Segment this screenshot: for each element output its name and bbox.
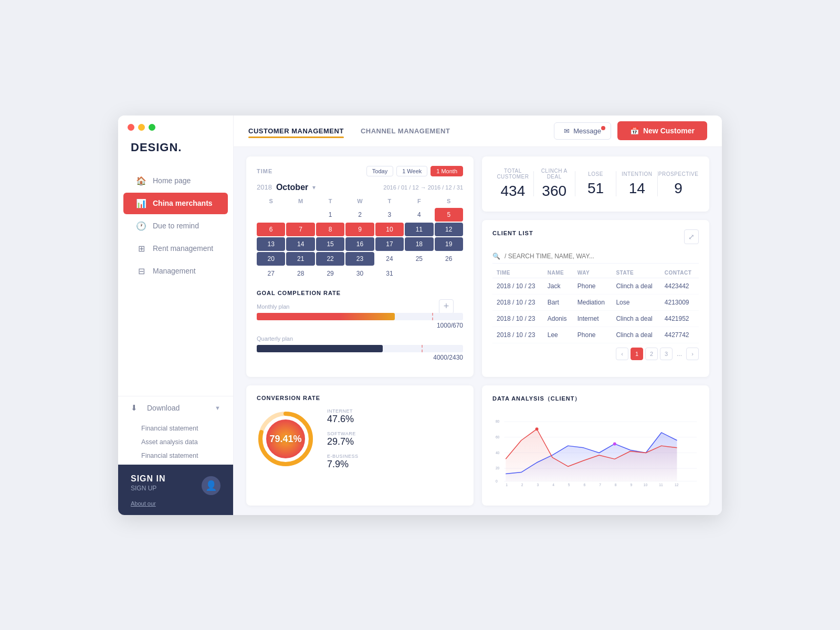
today-button[interactable]: Today [366,166,393,176]
svg-text:60: 60 [496,435,500,439]
cal-day-22[interactable]: 22 [316,252,344,266]
page-prev-btn[interactable]: ‹ [616,348,628,360]
cal-day-21[interactable]: 21 [286,252,314,266]
table-row[interactable]: 2018 / 10 / 23 Lee Phone Clinch a deal 4… [492,327,699,343]
cal-day-16[interactable]: 16 [345,237,374,251]
download-icon: ⬇ [131,403,138,413]
svg-text:11: 11 [659,483,663,487]
page-2-btn[interactable]: 2 [645,348,658,360]
cal-day-2[interactable]: 2 [345,208,374,222]
pagination: ‹ 1 2 3 ... › [492,348,699,360]
chart-svg: 80 60 40 20 0 1 2 3 [492,410,699,494]
cal-day-18[interactable]: 18 [405,237,433,251]
cal-day-17[interactable]: 17 [375,237,404,251]
merchants-icon: 📊 [136,198,146,208]
home-icon: 🏠 [136,176,146,186]
new-customer-label: New Customer [643,127,695,135]
minimize-window-dot[interactable] [138,124,145,131]
table-row[interactable]: 2018 / 10 / 23 Jack Phone Clinch a deal … [492,278,699,295]
cal-day-14[interactable]: 14 [286,237,314,251]
cal-day-9[interactable]: 9 [345,223,374,236]
cal-day-24[interactable]: 24 [375,252,404,266]
cal-day-6[interactable]: 6 [257,223,285,236]
page-3-btn[interactable]: 3 [660,348,673,360]
management-icon: ⊟ [136,266,146,276]
cal-day-23[interactable]: 23 [345,252,374,266]
svg-text:3: 3 [537,483,539,487]
table-row[interactable]: 2018 / 10 / 23 Adonis Internet Clinch a … [492,311,699,327]
col-way: WAY [573,268,612,278]
donut-chart: 79.41% [257,410,314,468]
cal-day-1[interactable]: 1 [316,208,344,222]
goal-add-button[interactable]: + [439,299,454,314]
monthly-goal-value: 1000/670 [257,322,463,329]
download-financial-1[interactable]: Financial statement [141,422,233,435]
cal-day-13[interactable]: 13 [257,237,285,251]
client-search-input[interactable] [505,253,699,260]
page-next-btn[interactable]: › [686,348,699,360]
cal-day-30[interactable]: 30 [345,267,374,280]
cal-day-26[interactable]: 26 [435,252,463,266]
sidebar-item-management[interactable]: ⊟ Management [123,260,228,282]
sidebar-item-rent-management[interactable]: ⊞ Rent management [123,238,228,259]
cell-time: 2018 / 10 / 23 [492,327,543,343]
download-submenu: Financial statement Asset analysis data … [118,419,233,465]
tab-customer-management[interactable]: CUSTOMER MANAGEMENT [248,125,344,137]
sidebar-item-home[interactable]: 🏠 Home page [123,170,228,192]
avatar[interactable]: 👤 [202,476,220,495]
page-1-btn[interactable]: 1 [631,348,643,360]
sidebar-item-label-merchants: China merchants [153,199,213,207]
client-search-bar[interactable]: 🔍 [492,249,699,264]
clock-icon: 🕐 [136,221,146,231]
cal-day-20[interactable]: 20 [257,252,285,266]
calendar-card: TIME Today 1 Week 1 Month 2018 October ▾… [246,156,474,377]
download-asset-analysis[interactable]: Asset analysis data [141,435,233,449]
cal-day-27[interactable]: 27 [257,267,285,280]
calendar-month-row: 2018 October ▾ 2016 / 01 / 12 → 2016 / 1… [257,183,463,192]
lose-label: LOSE [575,171,616,177]
sidebar-nav: 🏠 Home page 📊 China merchants 🕐 Due to r… [118,169,233,392]
quarterly-goal-bar-fill [257,345,383,352]
cal-day-12[interactable]: 12 [435,223,463,236]
download-financial-2[interactable]: Financial statement [141,449,233,463]
client-list-title: CLIENT LIST [492,230,533,236]
content-grid: TIME Today 1 Week 1 Month 2018 October ▾… [234,147,722,515]
month-button[interactable]: 1 Month [430,166,463,176]
day-header-w: W [345,195,374,207]
table-row[interactable]: 2018 / 10 / 23 Bart Mediation Lose 42130… [492,295,699,311]
sidebar-item-china-merchants[interactable]: 📊 China merchants [123,193,228,214]
prospective-label: PROSPECTIVE [658,171,699,177]
cal-day-5[interactable]: 5 [435,208,463,222]
cell-time: 2018 / 10 / 23 [492,311,543,327]
new-customer-button[interactable]: 📅 New Customer [617,121,707,140]
cal-day-10[interactable]: 10 [375,223,404,236]
message-button[interactable]: ✉ Message [554,122,611,140]
download-header[interactable]: ⬇ Download ▼ [118,396,233,419]
cal-day-3[interactable]: 3 [375,208,404,222]
tab-channel-management[interactable]: CHANNEL MANAGEMENT [361,125,450,137]
cal-day-28[interactable]: 28 [286,267,314,280]
calendar-arrow-icon[interactable]: ▾ [312,184,316,191]
chart-area: 80 60 40 20 0 1 2 3 [492,410,699,496]
close-window-dot[interactable] [128,124,134,131]
week-button[interactable]: 1 Week [396,166,427,176]
cal-day-11[interactable]: 11 [405,223,433,236]
cal-day-25[interactable]: 25 [405,252,433,266]
red-peak-dot [536,427,539,430]
sidebar-item-due-to-remind[interactable]: 🕐 Due to remind [123,215,228,237]
cell-way: Internet [573,311,612,327]
svg-text:20: 20 [496,466,500,470]
cal-day-15[interactable]: 15 [316,237,344,251]
cal-day-19[interactable]: 19 [435,237,463,251]
expand-icon[interactable]: ⤢ [684,229,699,244]
cal-day-4[interactable]: 4 [405,208,433,222]
stats-card: TOTAL CUSTOMER 434 CLINCH A DEAL 360 LOS… [482,156,709,212]
maximize-window-dot[interactable] [149,124,155,131]
cal-day-29[interactable]: 29 [316,267,344,280]
chevron-down-icon: ▼ [215,405,220,411]
cal-day-8[interactable]: 8 [316,223,344,236]
cal-day-7[interactable]: 7 [286,223,314,236]
sidebar: DESIGN. 🏠 Home page 📊 China merchants 🕐 … [118,116,234,515]
about-label[interactable]: About our [131,500,220,507]
cal-day-31[interactable]: 31 [375,267,404,280]
